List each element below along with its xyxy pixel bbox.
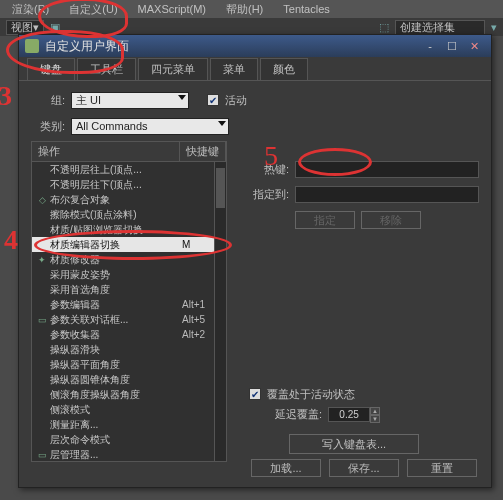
view-combo-label: 视图 <box>11 20 33 35</box>
list-item[interactable]: 参数收集器Alt+2 <box>32 327 226 342</box>
list-item-label: 采用蒙皮姿势 <box>50 268 182 282</box>
list-item[interactable]: 擦除模式(顶点涂料) <box>32 207 226 222</box>
override-checkbox[interactable]: ✔ <box>249 388 261 400</box>
hotkey-panel: 热键: 指定到: 指定 移除 ✔ 覆盖处于活动状态 <box>239 141 479 462</box>
assigned-to-display <box>295 186 479 203</box>
load-button[interactable]: 加载... <box>251 459 321 477</box>
toolbar-icon[interactable]: ▾ <box>491 21 497 34</box>
delay-value[interactable]: 0.25 <box>328 407 370 422</box>
remove-button[interactable]: 移除 <box>361 211 421 229</box>
tab-toolbar[interactable]: 工具栏 <box>77 58 136 80</box>
list-item[interactable]: 材质/贴图浏览器切换 <box>32 222 226 237</box>
list-item[interactable]: 侧滚角度操纵器角度 <box>32 387 226 402</box>
active-checkbox[interactable]: ✔ <box>207 94 219 106</box>
close-button[interactable]: ✕ <box>463 38 485 54</box>
list-item-icon: ◇ <box>36 195 48 205</box>
col-action[interactable]: 操作 <box>32 142 180 161</box>
minimize-button[interactable]: - <box>419 38 441 54</box>
list-item-label: 采用首选角度 <box>50 283 182 297</box>
assign-button[interactable]: 指定 <box>295 211 355 229</box>
list-item-label: 布尔复合对象 <box>50 193 182 207</box>
menu-maxscript[interactable]: MAXScript(M) <box>130 3 214 15</box>
scrollbar[interactable] <box>214 162 226 461</box>
group-label: 组: <box>31 93 65 108</box>
tab-keyboard[interactable]: 键盘 <box>27 58 75 80</box>
chevron-down-icon <box>178 95 186 100</box>
list-item-label: 参数编辑器 <box>50 298 182 312</box>
list-item[interactable]: 操纵器圆锥体角度 <box>32 372 226 387</box>
app-menubar: 渲染(R) 自定义(U) MAXScript(M) 帮助(H) Tentacle… <box>0 0 503 18</box>
dialog-bottom-buttons: 加载... 保存... 重置 <box>251 459 477 477</box>
action-list-body[interactable]: 不透明层往上(顶点...不透明层往下(顶点...◇布尔复合对象擦除模式(顶点涂料… <box>31 162 227 462</box>
spinner-up-icon[interactable]: ▲ <box>370 407 380 415</box>
list-item[interactable]: ▭参数关联对话框...Alt+5 <box>32 312 226 327</box>
list-item[interactable]: 测量距离... <box>32 417 226 432</box>
customize-ui-dialog: 自定义用户界面 - ☐ ✕ 键盘 工具栏 四元菜单 菜单 颜色 组: 主 UI … <box>18 34 492 488</box>
dialog-titlebar[interactable]: 自定义用户界面 - ☐ ✕ <box>19 35 491 57</box>
action-list: 操作 快捷键 不透明层往上(顶点...不透明层往下(顶点...◇布尔复合对象擦除… <box>31 141 227 462</box>
list-item-icon: ✦ <box>36 255 48 265</box>
list-item-label: 操纵器滑块 <box>50 343 182 357</box>
list-item[interactable]: ◇布尔复合对象 <box>32 192 226 207</box>
tab-menu[interactable]: 菜单 <box>210 58 258 80</box>
list-item[interactable]: ✦材质修改器 <box>32 252 226 267</box>
list-item[interactable]: 采用蒙皮姿势 <box>32 267 226 282</box>
dialog-title: 自定义用户界面 <box>45 38 129 55</box>
reset-button[interactable]: 重置 <box>407 459 477 477</box>
annotation-number: 4 <box>4 224 18 256</box>
list-item[interactable]: 操纵器滑块 <box>32 342 226 357</box>
app-icon <box>25 39 39 53</box>
selection-set-label: 创建选择集 <box>400 20 455 35</box>
maximize-button[interactable]: ☐ <box>441 38 463 54</box>
list-item[interactable]: 参数编辑器Alt+1 <box>32 297 226 312</box>
category-dropdown[interactable]: All Commands <box>71 118 229 135</box>
chevron-down-icon <box>218 121 226 126</box>
list-item[interactable]: 层次命令模式 <box>32 432 226 447</box>
write-keyboard-chart-button[interactable]: 写入键盘表... <box>289 434 419 454</box>
list-item-label: 层管理器... <box>50 448 182 462</box>
list-item[interactable]: 不透明层往下(顶点... <box>32 177 226 192</box>
toolbar-icon[interactable]: ⬚ <box>379 21 389 34</box>
list-item-label: 操纵器圆锥体角度 <box>50 373 182 387</box>
tab-quadmenu[interactable]: 四元菜单 <box>138 58 208 80</box>
menu-tentacles[interactable]: Tentacles <box>275 3 337 15</box>
delay-label: 延迟覆盖: <box>275 407 322 422</box>
menu-customize[interactable]: 自定义(U) <box>61 2 125 17</box>
dialog-tabs: 键盘 工具栏 四元菜单 菜单 颜色 <box>19 57 491 81</box>
list-item-label: 操纵器平面角度 <box>50 358 182 372</box>
hotkey-input[interactable] <box>295 161 479 178</box>
list-item[interactable]: 操纵器平面角度 <box>32 357 226 372</box>
list-item-label: 材质/贴图浏览器切换 <box>50 223 182 237</box>
list-item[interactable]: 侧滚模式 <box>32 402 226 417</box>
delay-spinner[interactable]: 0.25 ▲▼ <box>328 407 380 422</box>
list-item[interactable]: 材质编辑器切换M <box>32 237 226 252</box>
list-item-label: 材质编辑器切换 <box>50 238 182 252</box>
list-item[interactable]: 不透明层往上(顶点... <box>32 162 226 177</box>
menu-render[interactable]: 渲染(R) <box>4 2 57 17</box>
list-item[interactable]: ▭层管理器... <box>32 447 226 462</box>
spinner-down-icon[interactable]: ▼ <box>370 415 380 423</box>
list-item-icon: ▭ <box>36 450 48 460</box>
list-item-label: 测量距离... <box>50 418 182 432</box>
action-list-header: 操作 快捷键 <box>31 141 227 162</box>
list-item-label: 参数收集器 <box>50 328 182 342</box>
save-button[interactable]: 保存... <box>329 459 399 477</box>
col-hotkey[interactable]: 快捷键 <box>180 142 226 161</box>
list-item-label: 参数关联对话框... <box>50 313 182 327</box>
list-item-label: 擦除模式(顶点涂料) <box>50 208 182 222</box>
selection-set-combo[interactable]: 创建选择集 <box>395 20 485 35</box>
menu-help[interactable]: 帮助(H) <box>218 2 271 17</box>
list-item-label: 侧滚模式 <box>50 403 182 417</box>
view-combo[interactable]: 视图 ▾ <box>6 20 44 35</box>
annotation-number: 3 <box>0 80 12 112</box>
list-item-label: 层次命令模式 <box>50 433 182 447</box>
group-dropdown[interactable]: 主 UI <box>71 92 189 109</box>
list-item[interactable]: 采用首选角度 <box>32 282 226 297</box>
tab-color[interactable]: 颜色 <box>260 58 308 80</box>
hotkey-label: 热键: <box>239 162 289 177</box>
group-value: 主 UI <box>76 93 101 108</box>
scroll-thumb[interactable] <box>216 168 225 208</box>
toolbar-icon[interactable]: ▣ <box>50 21 60 34</box>
list-item-label: 不透明层往下(顶点... <box>50 178 182 192</box>
list-item-icon: ▭ <box>36 315 48 325</box>
